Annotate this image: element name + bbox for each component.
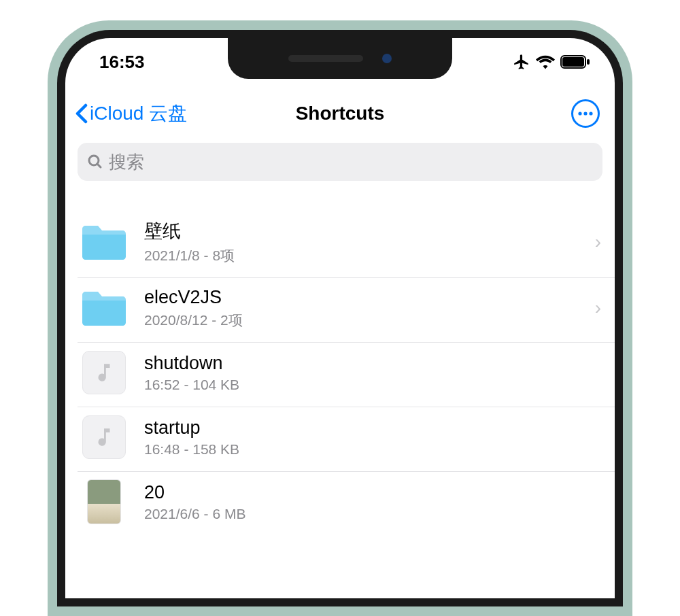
search-placeholder: 搜索 (109, 150, 144, 174)
svg-point-3 (578, 112, 581, 115)
item-meta: 16:48 - 158 KB (144, 441, 601, 458)
ellipsis-icon (578, 112, 593, 116)
chevron-left-icon (75, 103, 88, 124)
screen: 16:53 iCloud 云盘 Shortcuts (65, 38, 615, 598)
list-item-folder[interactable]: 壁纸 2021/1/8 - 8项 › (78, 211, 615, 278)
status-time: 16:53 (99, 52, 145, 73)
item-meta: 2021/6/6 - 6 MB (144, 506, 601, 522)
list-item-file[interactable]: startup 16:48 - 158 KB (78, 407, 615, 472)
battery-icon (560, 54, 590, 69)
wifi-icon (536, 54, 555, 69)
svg-rect-1 (562, 57, 584, 67)
folder-icon (80, 224, 129, 260)
back-label: iCloud 云盘 (90, 101, 187, 126)
item-name: 20 (144, 482, 601, 503)
chevron-right-icon: › (595, 231, 601, 253)
more-button[interactable] (571, 99, 600, 128)
music-file-icon (82, 351, 126, 394)
item-name: 壁纸 (144, 219, 581, 243)
item-name: shutdown (144, 353, 601, 374)
item-name: startup (144, 417, 601, 439)
list-item-file[interactable]: shutdown 16:52 - 104 KB (78, 343, 615, 407)
search-icon (87, 154, 103, 170)
back-button[interactable]: iCloud 云盘 (75, 101, 187, 126)
phone-frame: 16:53 iCloud 云盘 Shortcuts (48, 20, 632, 616)
nav-bar: iCloud 云盘 Shortcuts (65, 86, 615, 140)
image-thumbnail-icon (87, 479, 121, 524)
svg-line-7 (97, 164, 101, 167)
list-item-file[interactable]: 20 2021/6/6 - 6 MB (78, 472, 615, 536)
svg-rect-2 (587, 59, 590, 65)
search-input[interactable]: 搜索 (78, 143, 602, 181)
folder-icon (80, 290, 129, 326)
item-meta: 16:52 - 104 KB (144, 377, 601, 393)
svg-point-5 (589, 112, 592, 115)
svg-point-4 (583, 112, 587, 115)
item-name: elecV2JS (144, 287, 581, 308)
music-file-icon (82, 415, 126, 459)
file-list: 壁纸 2021/1/8 - 8项 › elecV2JS 2020/8/12 - … (65, 190, 615, 536)
phone-notch (228, 38, 452, 79)
item-meta: 2020/8/12 - 2项 (144, 311, 581, 330)
item-meta: 2021/1/8 - 8项 (144, 246, 581, 265)
chevron-right-icon: › (595, 297, 601, 319)
list-item-folder[interactable]: elecV2JS 2020/8/12 - 2项 › (78, 278, 615, 343)
airplane-mode-icon (513, 53, 530, 71)
